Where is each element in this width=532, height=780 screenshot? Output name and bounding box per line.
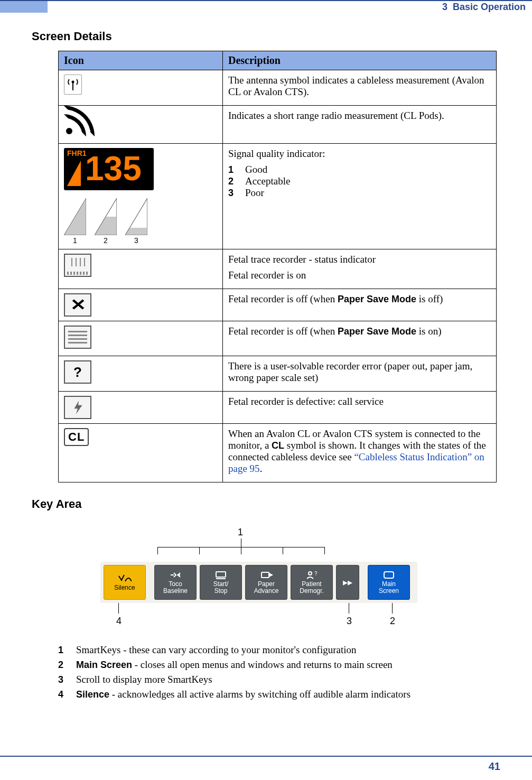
table-row: Fetal trace recorder - status indicator … (59, 249, 497, 289)
svg-point-15 (309, 572, 312, 575)
recorder-off-icon: ✕ (64, 293, 91, 317)
desc-text: Fetal recorder is off (when Paper Save M… (228, 293, 491, 305)
footer-rule (0, 756, 532, 757)
svg-rect-14 (262, 572, 269, 578)
table-row: CL When an Avalon CL or Avalon CTS syste… (59, 424, 497, 482)
recorder-error-icon: ? (64, 360, 91, 384)
list-item: 1SmartKeys - these can vary according to… (58, 644, 500, 656)
signal-quality-icon: FHR1 135 1 (64, 148, 175, 245)
recorder-off-psm-icon (64, 326, 91, 349)
table-row: Indicates a short range radio measuremen… (59, 106, 497, 144)
key-area-figure: 1 Silence Toco Baseline Start/ Stop (100, 527, 417, 633)
cl-status-icon: CL (64, 428, 89, 446)
callout-label: 2 (390, 616, 395, 627)
table-header-desc: Description (223, 51, 497, 70)
svg-marker-2 (64, 198, 86, 235)
fhr-label: FHR1 (67, 149, 87, 157)
chapter-number: 3 (442, 2, 447, 12)
desc-text: There is a user-solvable recorder error … (228, 360, 491, 384)
recorder-defect-icon (64, 396, 91, 419)
svg-rect-17 (384, 572, 394, 578)
table-row: ✕ Fetal recorder is off (when Paper Save… (59, 289, 497, 321)
antenna-icon (64, 75, 82, 95)
recorder-on-icon (64, 254, 91, 277)
table-row: ? There is a user-solvable recorder erro… (59, 356, 497, 392)
desc-text: Indicates a short range radio measuremen… (228, 110, 491, 122)
page-header: 3 Basic Operation (0, 0, 532, 14)
callout-label: 1 (238, 527, 243, 538)
chapter-title: 3 Basic Operation (442, 0, 526, 14)
table-header-icon: Icon (59, 51, 223, 70)
paper-advance-key[interactable]: Paper Advance (245, 565, 287, 600)
signal-bar-full-icon (64, 198, 86, 235)
desc-text: Fetal recorder is on (228, 270, 491, 281)
fhr-value: 135 (85, 149, 151, 188)
patient-demogr-key[interactable]: ? Patient Demogr. (291, 565, 333, 600)
svg-text:?: ? (314, 571, 318, 577)
svg-rect-12 (216, 572, 226, 577)
table-row: FHR1 135 1 (59, 144, 497, 249)
table-row: Fetal recorder is defective: call servic… (59, 392, 497, 424)
key-area-legend: 1SmartKeys - these can vary according to… (58, 644, 500, 700)
desc-text: When an Avalon CL or Avalon CTS system i… (228, 428, 491, 475)
short-range-radio-icon (64, 110, 90, 136)
list-item: 4Silence - acknowledges all active alarm… (58, 689, 500, 700)
table-row: Fetal recorder is off (when Paper Save M… (59, 321, 497, 356)
desc-text: Fetal recorder is defective: call servic… (228, 396, 491, 407)
list-item: 3Scroll to display more SmartKeys (58, 674, 500, 685)
section-heading-screen-details: Screen Details (0, 30, 500, 43)
svg-marker-7 (125, 228, 147, 235)
signal-bar-low-icon (125, 198, 147, 235)
signal-triangle-icon (67, 161, 81, 186)
main-screen-key[interactable]: Main Screen (368, 565, 410, 600)
callout-label: 3 (347, 616, 352, 627)
silence-key[interactable]: Silence (104, 565, 146, 600)
svg-marker-9 (74, 401, 82, 414)
double-arrow-icon: ▸▸ (343, 577, 352, 588)
desc-text: The antenna symbol indicates a cableless… (228, 75, 491, 98)
svg-marker-4 (95, 217, 117, 235)
desc-text: Signal quality indicator: (228, 148, 491, 160)
start-stop-key[interactable]: Start/ Stop (200, 565, 242, 600)
list-item: 2Main Screen - closes all open menus and… (58, 659, 500, 671)
signal-bar-half-icon (95, 198, 117, 235)
callout-label: 4 (116, 616, 122, 627)
table-row: The antenna symbol indicates a cableless… (59, 70, 497, 106)
screen-details-table: Icon Description The antenna symbo (58, 51, 497, 482)
desc-text: Fetal trace recorder - status indicator (228, 254, 491, 265)
page-number: 41 (489, 760, 500, 773)
section-heading-key-area: Key Area (0, 497, 500, 511)
toco-baseline-key[interactable]: Toco Baseline (154, 565, 197, 600)
desc-text: Fetal recorder is off (when Paper Save M… (228, 326, 491, 337)
scroll-smartkeys-button[interactable]: ▸▸ (336, 565, 359, 600)
